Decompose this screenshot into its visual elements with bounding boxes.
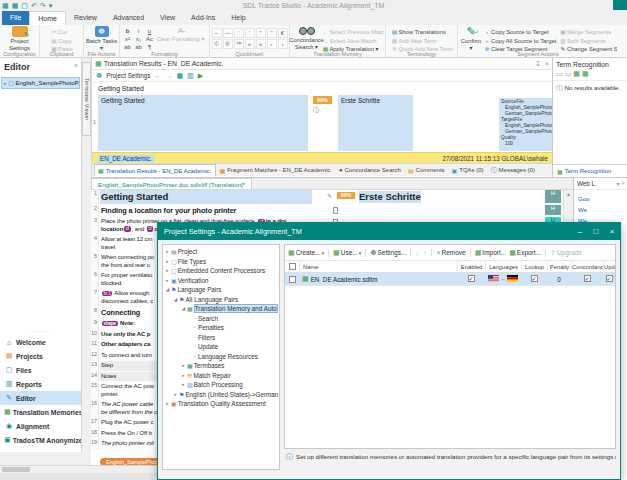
prev-result-icon[interactable]: ←: [154, 72, 161, 79]
quickinsert-button[interactable]: ': [245, 28, 255, 38]
column-concordance[interactable]: Concordance: [571, 261, 603, 273]
copy-source-to-target-button[interactable]: ›Copy Source to Target: [483, 28, 559, 37]
add-new-term-button[interactable]: ▤Add New Term: [390, 37, 452, 46]
sidebar-document-item[interactable]: ▸ ▢ English_SamplePhotoPri: [1, 77, 80, 89]
tree-expand-icon[interactable]: -: [191, 354, 198, 359]
result-source-cell[interactable]: Getting Started: [98, 95, 308, 151]
tree-expand-icon[interactable]: ▸: [172, 392, 179, 397]
ribbon-tab[interactable]: Advanced: [105, 11, 152, 25]
target-cell[interactable]: Erste Schritte: [359, 191, 421, 203]
quickinsert-button[interactable]: ": [267, 28, 277, 38]
tm-toolbar-button[interactable]: ☸ Settings...: [365, 249, 406, 257]
quickinsert-button[interactable]: «: [245, 39, 255, 49]
tree-expand-icon[interactable]: ▸: [164, 259, 171, 264]
ribbon-tab[interactable]: View: [152, 11, 183, 25]
quickinsert-button[interactable]: ©: [212, 39, 222, 49]
results-tab[interactable]: ▦ Translation Results - EN_DE Academic.: [94, 164, 216, 176]
settings-tree-item[interactable]: ◢ ▦ Translation Memory and Auto: [163, 304, 279, 314]
cut-button[interactable]: ✂Cut: [50, 28, 73, 37]
quickinsert-button[interactable]: €: [278, 28, 288, 38]
show-translations-button[interactable]: ▤Show Translations: [390, 28, 452, 37]
concordance-checkbox[interactable]: [584, 275, 591, 282]
web-lookup-link[interactable]: Goo: [578, 195, 627, 202]
settings-tree-item[interactable]: ▸ ▣ Translation Quality Assessment: [163, 399, 279, 409]
copy-all-source-to-target-button[interactable]: »Copy All Source to Target: [483, 37, 559, 46]
collapse-icon[interactable]: «: [74, 62, 78, 72]
tree-expand-icon[interactable]: -: [191, 335, 198, 340]
settings-tree-item[interactable]: ▸ ▦ Termbases: [163, 361, 279, 371]
column-name[interactable]: Name: [299, 261, 457, 273]
formatting-button[interactable]: b: [123, 27, 133, 35]
tree-expand-icon[interactable]: ▸: [180, 373, 187, 378]
column-penalty[interactable]: Penalty: [547, 261, 571, 273]
lookup-checkbox[interactable]: [531, 275, 538, 282]
scrollbar-thumb[interactable]: [2, 467, 30, 472]
source-cell[interactable]: Getting Started: [100, 190, 312, 204]
close-icon[interactable]: ×: [545, 60, 549, 67]
result-target-cell[interactable]: Erste Schritte: [338, 95, 413, 151]
sidebar-nav-item[interactable]: ▥ Reports: [0, 377, 81, 391]
quickinsert-button[interactable]: ›: [278, 39, 288, 49]
term-toolbar-icon[interactable]: ▦: [573, 70, 580, 78]
select-next-match-button[interactable]: →Select Next Match: [322, 37, 384, 46]
term-toolbar-icon[interactable]: ▭: [565, 70, 572, 78]
formatting-button[interactable]: x²: [123, 35, 133, 43]
row-checkbox[interactable]: [289, 276, 296, 283]
dialog-window-button[interactable]: –: [572, 224, 588, 240]
tree-expand-icon[interactable]: ▸: [180, 363, 187, 368]
tm-toolbar-button[interactable]: ↓: [410, 249, 420, 256]
sidebar-splitter[interactable]: ·······: [0, 328, 81, 334]
editor-row[interactable]: 2 Finding a location for your photo prin…: [91, 205, 573, 217]
quickinsert-button[interactable]: ‹: [267, 39, 277, 49]
settings-tree-item[interactable]: ◢ ⚑ Language Pairs: [163, 285, 279, 295]
settings-tree-item[interactable]: ▸ ⚒ Match Repair: [163, 371, 279, 381]
quickinsert-button[interactable]: »: [256, 39, 266, 49]
results-tab[interactable]: ▤ Comments: [405, 164, 448, 176]
tree-expand-icon[interactable]: -: [191, 316, 198, 321]
tree-expand-icon[interactable]: ◢: [172, 297, 179, 302]
tm-toolbar-button[interactable]: ▦ Use... ▾: [328, 249, 361, 257]
sidebar-nav-item[interactable]: ▦ Translation Memories: [0, 405, 81, 419]
confirm-button[interactable]: ✎ Confirm ▾: [459, 26, 483, 51]
run-search-icon[interactable]: ▶: [198, 72, 203, 80]
settings-tree-item[interactable]: - Filters: [163, 333, 279, 343]
sidebar-nav-item[interactable]: ⌂ Welcome: [0, 335, 81, 349]
ribbon-tab[interactable]: File: [2, 11, 29, 25]
select-previous-match-button[interactable]: ←Select Previous Match: [322, 28, 384, 37]
tm-toolbar-button[interactable]: × Remove: [431, 249, 465, 256]
formatting-button[interactable]: u: [145, 27, 155, 35]
formatting-button[interactable]: x₂: [134, 35, 144, 43]
tree-expand-icon[interactable]: ▸: [164, 249, 171, 254]
merge-segments-button[interactable]: ▣Merge Segments: [559, 28, 617, 37]
penalty-value[interactable]: 0: [547, 276, 571, 283]
term-toolbar-icon[interactable]: ▦: [582, 70, 589, 78]
term-recognition-tab[interactable]: ▦ Term Recognition: [553, 164, 627, 177]
formatting-button[interactable]: ab: [134, 43, 144, 51]
concordance-search-button[interactable]: Concordance Search ▾: [292, 26, 322, 50]
settings-tree-item[interactable]: - Language Resources: [163, 352, 279, 362]
column-languages[interactable]: Languages: [485, 261, 521, 273]
settings-tree-item[interactable]: ▸ ▢ File Types: [163, 257, 279, 267]
settings-tree-item[interactable]: ▸ ▥ Batch Processing: [163, 380, 279, 390]
formatting-button[interactable]: ab: [123, 43, 133, 51]
batch-tasks-button[interactable]: ☸ Batch Tasks ▾: [85, 26, 118, 51]
tm-toolbar-button[interactable]: ▦ Create... ▾: [288, 249, 324, 257]
settings-tree-item[interactable]: - Penalties: [163, 323, 279, 333]
formatting-button[interactable]: Ac: [145, 35, 155, 43]
dialog-window-button[interactable]: □: [588, 224, 604, 240]
close-icon[interactable]: ×: [621, 180, 625, 187]
settings-tree-item[interactable]: ▸ ▤ Project: [163, 247, 279, 257]
project-settings-button[interactable]: Project Settings: [1, 26, 38, 51]
ribbon-tab[interactable]: Review: [66, 11, 105, 25]
tm-table-row[interactable]: ▦ EN_DE Academic.sdltm → 0: [285, 273, 615, 286]
formatting-button[interactable]: i: [134, 27, 144, 35]
dialog-title-bar[interactable]: Project Settings - Academic Alignment_TM…: [158, 223, 620, 240]
tm-name-status[interactable]: EN_DE Academic.: [98, 155, 154, 162]
ribbon-tab[interactable]: Add-Ins: [183, 11, 223, 25]
column-lookup[interactable]: Lookup: [521, 261, 547, 273]
settings-tree-item[interactable]: - Update: [163, 342, 279, 352]
tm-toolbar-button[interactable]: ⇧ Upgrade: [545, 249, 582, 257]
split-segments-button[interactable]: ▥Split Segments: [559, 37, 617, 46]
results-tab[interactable]: ▦ Fragment Matches - EN_DE Academic.: [217, 164, 335, 176]
formatting-button[interactable]: ¶: [145, 43, 155, 51]
